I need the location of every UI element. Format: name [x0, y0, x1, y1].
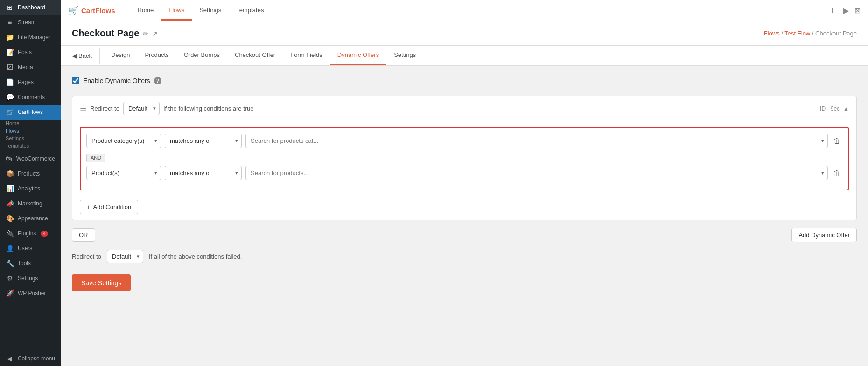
tab-nav: ◀ Back Design Products Order Bumps Check… [61, 46, 868, 66]
sidebar-item-marketing[interactable]: 📣 Marketing [0, 196, 61, 211]
sidebar-item-collapse[interactable]: ◀ Collapse menu [0, 351, 61, 366]
sidebar-item-analytics[interactable]: 📊 Analytics [0, 181, 61, 196]
sidebar-item-flows[interactable]: Flows [0, 127, 61, 134]
sidebar-item-home[interactable]: Home [0, 120, 61, 127]
plugins-badge: 4 [41, 231, 48, 237]
sidebar-item-tools[interactable]: 🔧 Tools [0, 256, 61, 271]
add-condition-button[interactable]: + Add Condition [80, 200, 138, 214]
back-arrow-icon: ◀ [72, 52, 77, 59]
help-icon[interactable]: ? [154, 77, 161, 84]
sidebar-item-file-manager[interactable]: 📁 File Manager [0, 30, 61, 45]
external-link-icon[interactable]: ↗ [152, 30, 158, 37]
condition-row-2: Product(s) matches any of ▾ 🗑 [86, 166, 842, 180]
save-settings-button[interactable]: Save Settings [72, 274, 131, 291]
match-type-wrapper-2: matches any of [165, 166, 242, 180]
breadcrumb-test-flow[interactable]: Test Flow [784, 30, 810, 37]
main-content: Enable Dynamic Offers ? ☰ Redirect to De… [61, 66, 868, 303]
tab-products[interactable]: Products [137, 46, 176, 65]
redirect-default-select-2[interactable]: Default [107, 250, 143, 263]
logo-icon: 🛒 [68, 6, 78, 16]
top-bar-icons: 🖥 ▶ ⊠ [830, 6, 861, 15]
tab-design[interactable]: Design [104, 46, 137, 65]
comments-icon: 💬 [6, 93, 14, 101]
tab-templates[interactable]: Templates [229, 1, 271, 21]
enable-dynamic-offers-row: Enable Dynamic Offers ? [72, 77, 857, 84]
sidebar-item-posts[interactable]: 📝 Posts [0, 45, 61, 60]
tab-form-fields[interactable]: Form Fields [283, 46, 330, 65]
stream-icon: ≡ [6, 19, 14, 26]
field-type-select-2[interactable]: Product(s) [86, 166, 161, 180]
tab-settings[interactable]: Settings [386, 46, 423, 65]
delete-condition-2[interactable]: 🗑 [832, 167, 842, 179]
sidebar-item-cartflows[interactable]: 🛒 CartFlows [0, 105, 61, 120]
match-type-select-1[interactable]: matches any of [165, 134, 242, 148]
tab-home[interactable]: Home [130, 1, 161, 21]
breadcrumb-current: Checkout Page [815, 30, 857, 37]
sidebar-item-settings-cf[interactable]: Settings [0, 134, 61, 142]
grid-icon[interactable]: ⊠ [854, 6, 861, 15]
field-type-wrapper-2: Product(s) [86, 166, 161, 180]
sidebar-item-pages[interactable]: 📄 Pages [0, 75, 61, 90]
woocommerce-icon: 🛍 [6, 155, 13, 162]
back-button[interactable]: ◀ Back [72, 48, 100, 64]
analytics-icon: 📊 [6, 185, 14, 192]
redirect-default-select[interactable]: Default [123, 102, 160, 115]
video-icon[interactable]: ▶ [843, 6, 849, 15]
sidebar-item-dashboard[interactable]: ⊞ Dashboard [0, 0, 61, 15]
sidebar-item-templates[interactable]: Templates [0, 142, 61, 151]
search-input-2[interactable] [245, 166, 828, 180]
sidebar: ⊞ Dashboard ≡ Stream 📁 File Manager 📝 Po… [0, 0, 61, 366]
search-field-2: ▾ [245, 166, 828, 180]
condition-row-1: Product category(s) matches any of ▾ [86, 134, 842, 148]
wp-pusher-icon: 🚀 [6, 289, 14, 297]
redirect-block: ☰ Redirect to Default If the following c… [72, 96, 857, 220]
sidebar-item-comments[interactable]: 💬 Comments [0, 90, 61, 105]
search-input-1[interactable] [245, 134, 828, 148]
posts-icon: 📝 [6, 49, 14, 56]
page-title: Checkout Page [72, 28, 139, 39]
sidebar-item-users[interactable]: 👤 Users [0, 241, 61, 256]
edit-icon[interactable]: ✏ [143, 30, 148, 37]
tab-order-bumps[interactable]: Order Bumps [176, 46, 227, 65]
sidebar-item-plugins[interactable]: 🔌 Plugins 4 [0, 226, 61, 241]
sidebar-item-settings[interactable]: ⚙ Settings [0, 271, 61, 286]
page-title-row: Checkout Page ✏ ↗ [72, 28, 158, 39]
back-label: Back [78, 52, 92, 59]
tab-flows[interactable]: Flows [161, 1, 192, 21]
field-type-select-1[interactable]: Product category(s) [86, 134, 161, 148]
sidebar-item-appearance[interactable]: 🎨 Appearance [0, 211, 61, 226]
drag-handle-icon[interactable]: ☰ [80, 104, 86, 113]
settings-icon: ⚙ [6, 274, 14, 282]
sidebar-item-stream[interactable]: ≡ Stream [0, 15, 61, 30]
field-type-wrapper-1: Product category(s) [86, 134, 161, 148]
add-dynamic-offer-button[interactable]: Add Dynamic Offer [791, 228, 857, 242]
breadcrumb-flows[interactable]: Flows [764, 30, 780, 37]
pages-icon: 📄 [6, 78, 14, 86]
match-type-wrapper-1: matches any of [165, 134, 242, 148]
logo-text: CartFlows [81, 7, 115, 14]
or-row: OR Add Dynamic Offer [72, 228, 857, 242]
sidebar-item-woocommerce[interactable]: 🛍 WooCommerce [0, 151, 61, 166]
enable-dynamic-offers-checkbox[interactable] [72, 77, 79, 84]
top-bar: 🛒 CartFlows Home Flows Settings Template… [61, 0, 868, 21]
main-wrapper: 🛒 CartFlows Home Flows Settings Template… [61, 0, 868, 366]
or-button[interactable]: OR [72, 228, 95, 242]
conditions-area: Product category(s) matches any of ▾ [80, 127, 849, 190]
tab-settings[interactable]: Settings [192, 1, 229, 21]
plus-icon: + [87, 204, 91, 211]
tab-dynamic-offers[interactable]: Dynamic Offers [330, 46, 386, 65]
collapse-icon: ◀ [6, 355, 14, 362]
tab-checkout-offer[interactable]: Checkout Offer [227, 46, 283, 65]
plugins-icon: 🔌 [6, 230, 14, 237]
search-field-1: ▾ [245, 134, 828, 148]
top-nav: Home Flows Settings Templates [130, 1, 272, 21]
collapse-arrow-icon[interactable]: ▲ [843, 106, 849, 112]
sidebar-item-media[interactable]: 🖼 Media [0, 60, 61, 75]
match-type-select-2[interactable]: matches any of [165, 166, 242, 180]
sidebar-item-wp-pusher[interactable]: 🚀 WP Pusher [0, 286, 61, 301]
delete-condition-1[interactable]: 🗑 [832, 135, 842, 147]
and-badge: AND [86, 152, 842, 166]
monitor-icon[interactable]: 🖥 [830, 7, 838, 15]
sidebar-item-products[interactable]: 📦 Products [0, 166, 61, 181]
redirect-header: ☰ Redirect to Default If the following c… [72, 96, 856, 121]
